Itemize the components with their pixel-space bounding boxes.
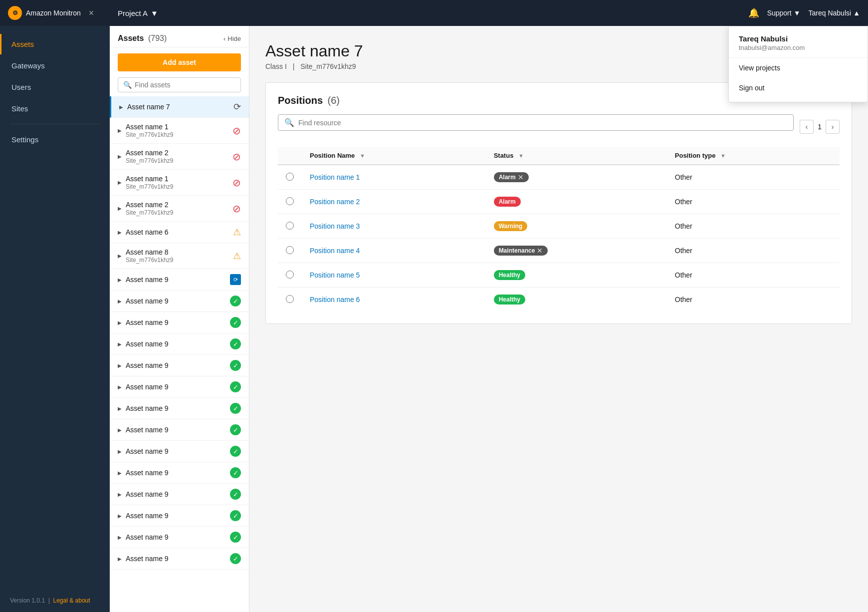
sidebar-item-settings[interactable]: Settings (0, 129, 110, 150)
add-asset-button[interactable]: Add asset (118, 53, 241, 71)
asset-list-item[interactable]: ▶ Asset name 2 Site_m776v1khz9 ⊘ (110, 144, 249, 170)
asset-list-item[interactable]: ▶ Asset name 9 ✓ (110, 376, 249, 398)
legal-link[interactable]: Legal & about (53, 597, 90, 604)
type-cell: Other (667, 239, 840, 263)
hide-arrow-icon: ‹ (223, 35, 225, 42)
asset-list-item[interactable]: ▶ Asset name 9 ✓ (110, 398, 249, 419)
asset-info: Asset name 9 (126, 447, 226, 455)
hide-panel-button[interactable]: ‹ Hide (223, 35, 241, 42)
row-radio-input[interactable] (286, 271, 294, 279)
status-badge: Healthy (494, 295, 525, 305)
close-icon[interactable]: × (89, 8, 94, 18)
asset-list-item[interactable]: ▶ Asset name 9 ✓ (110, 419, 249, 441)
position-name-link[interactable]: Position name 4 (310, 247, 360, 255)
main-layout: Assets Gateways Users Sites Settings Ver… (0, 26, 868, 612)
support-button[interactable]: Support ▼ (767, 9, 801, 17)
dropdown-user-email: tnabulsi@amazon.com (729, 43, 868, 57)
asset-info: Asset name 7 (127, 103, 229, 111)
asset-list-item[interactable]: ▶ Asset name 1 Site_m776v1khz9 ⊘ (110, 170, 249, 196)
asset-item-sub: Site_m776v1khz9 (126, 157, 228, 164)
asset-list-item[interactable]: ▶ Asset name 9 ✓ (110, 505, 249, 527)
asset-list-item[interactable]: ▶ Asset name 9 ✓ (110, 527, 249, 548)
expand-arrow-icon: ▶ (118, 341, 122, 347)
healthy-icon: ✓ (230, 446, 241, 457)
healthy-icon: ✓ (230, 510, 241, 521)
project-selector[interactable]: Project A ▼ (118, 9, 748, 17)
row-select-cell (278, 190, 302, 214)
asset-info: Asset name 2 Site_m776v1khz9 (126, 201, 228, 216)
expand-arrow-icon: ▶ (118, 180, 122, 185)
asset-list-item[interactable]: ▶ Asset name 9 ✓ (110, 291, 249, 312)
position-name-link[interactable]: Position name 6 (310, 296, 360, 304)
row-radio-input[interactable] (286, 246, 294, 254)
view-projects-item[interactable]: View projects (729, 58, 868, 78)
bell-icon[interactable]: 🔔 (748, 7, 759, 18)
badge-close-button[interactable]: ✕ (518, 174, 524, 181)
healthy-icon: ✓ (230, 338, 241, 349)
asset-info: Asset name 9 (126, 533, 226, 541)
asset-list-item[interactable]: ▶ Asset name 9 ✓ (110, 548, 249, 570)
asset-list-item[interactable]: ▶ Asset name 9 ✓ (110, 333, 249, 355)
sidebar-footer: Version 1.0.1 | Legal & about (0, 589, 110, 612)
user-menu-button[interactable]: Tareq Nabulsi ▲ (809, 9, 860, 17)
position-name-link[interactable]: Position name 2 (310, 198, 360, 206)
topbar-right: 🔔 Support ▼ Tareq Nabulsi ▲ (748, 7, 860, 18)
asset-info: Asset name 9 (126, 555, 226, 563)
asset-list-item[interactable]: ▶ Asset name 9 ✓ (110, 462, 249, 484)
asset-item-name: Asset name 9 (126, 297, 226, 305)
asset-class: Class I (265, 62, 287, 70)
status-badge: Warning (494, 221, 528, 231)
row-select-cell (278, 263, 302, 288)
main-content: Asset name 7 Class I | Site_m776v1khz9 P… (249, 26, 868, 612)
col-position-name[interactable]: Position Name ▼ (302, 147, 486, 165)
expand-arrow-icon: ▶ (118, 513, 122, 519)
status-cell: Healthy (486, 263, 667, 288)
position-name-link[interactable]: Position name 5 (310, 271, 360, 279)
sign-out-item[interactable]: Sign out (729, 78, 868, 98)
expand-arrow-icon: ▶ (118, 299, 122, 304)
sidebar-item-assets[interactable]: Assets (0, 34, 110, 54)
asset-list-item[interactable]: ▶ Asset name 7 ⟳ (110, 96, 249, 118)
support-label: Support (767, 9, 792, 17)
sidebar-item-gateways[interactable]: Gateways (0, 55, 110, 76)
asset-info: Asset name 8 Site_m776v1khz9 (126, 248, 229, 264)
asset-list-item[interactable]: ▶ Asset name 1 Site_m776v1khz9 ⊘ (110, 118, 249, 144)
positions-table: Position Name ▼ Status ▼ Position type ▼… (278, 147, 840, 311)
sidebar-item-sites[interactable]: Sites (0, 98, 110, 119)
app-name: Amazon Monitron (26, 9, 81, 17)
positions-search-input[interactable] (298, 119, 787, 127)
asset-list-item[interactable]: ▶ Asset name 8 Site_m776v1khz9 ⚠ (110, 243, 249, 269)
asset-list-item[interactable]: ▶ Asset name 9 ✓ (110, 312, 249, 333)
position-name-link[interactable]: Position name 3 (310, 222, 360, 230)
pagination-next-button[interactable]: › (826, 120, 840, 134)
row-radio-input[interactable] (286, 295, 294, 303)
asset-list-item[interactable]: ▶ Asset name 6 ⚠ (110, 222, 249, 243)
pagination-prev-button[interactable]: ‹ (800, 120, 814, 134)
healthy-icon: ✓ (230, 489, 241, 500)
row-radio-input[interactable] (286, 197, 294, 205)
row-radio-input[interactable] (286, 222, 294, 230)
table-row: Position name 1 Alarm ✕ Other (278, 165, 840, 190)
status-cell: Warning (486, 214, 667, 239)
asset-list-item[interactable]: ▶ Asset name 9 ⟳ (110, 269, 249, 291)
assets-search-input[interactable] (135, 81, 235, 89)
assets-panel-header: Assets (793) ‹ Hide (110, 26, 249, 47)
assets-title: Assets (793) (118, 34, 167, 43)
col-status[interactable]: Status ▼ (486, 147, 667, 165)
error-icon: ⊘ (232, 203, 241, 215)
asset-list-item[interactable]: ▶ Asset name 9 ✓ (110, 484, 249, 505)
project-name: Project A (118, 9, 148, 17)
sidebar-item-users[interactable]: Users (0, 77, 110, 97)
col-position-type[interactable]: Position type ▼ (667, 147, 840, 165)
position-name-link[interactable]: Position name 1 (310, 173, 360, 181)
position-name-cell: Position name 3 (302, 214, 486, 239)
asset-list-item[interactable]: ▶ Asset name 2 Site_m776v1khz9 ⊘ (110, 196, 249, 222)
asset-list-item[interactable]: ▶ Asset name 9 ✓ (110, 355, 249, 376)
row-radio-input[interactable] (286, 173, 294, 181)
asset-info: Asset name 1 Site_m776v1khz9 (126, 123, 228, 138)
support-arrow-icon: ▼ (794, 9, 801, 17)
table-row: Position name 5 Healthy Other (278, 263, 840, 288)
badge-close-button[interactable]: ✕ (537, 247, 543, 254)
asset-list-item[interactable]: ▶ Asset name 9 ✓ (110, 441, 249, 462)
sidebar-nav: Assets Gateways Users Sites Settings (0, 30, 110, 154)
